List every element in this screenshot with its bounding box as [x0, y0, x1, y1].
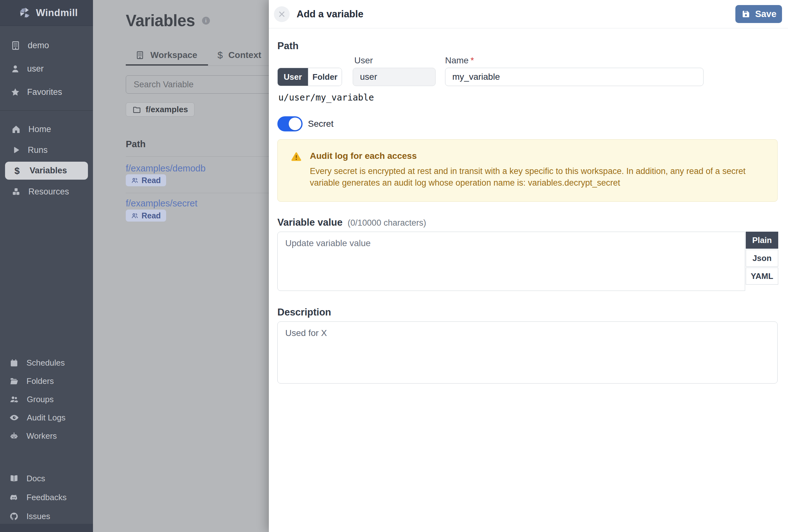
eye-icon [9, 413, 19, 422]
sidebar-admin-nav: Schedules Folders Groups Audit Logs Work… [0, 354, 93, 445]
badge-label: Read [141, 211, 161, 220]
sidebar-item-resources[interactable]: Resources [0, 181, 93, 202]
full-path-preview: u/user/my_variable [278, 92, 374, 103]
sidebar-item-workers[interactable]: Workers [0, 427, 93, 445]
variable-link[interactable]: f/examples/secret [126, 198, 197, 209]
sidebar-item-audit-logs[interactable]: Audit Logs [0, 409, 93, 427]
secret-toggle[interactable] [277, 116, 302, 132]
home-icon [11, 124, 21, 134]
value-section-heading-row: Variable value (0/10000 characters) [277, 217, 426, 228]
warning-title: Audit log for each access [310, 151, 759, 161]
permission-badge: Read [126, 174, 166, 186]
search-input[interactable] [126, 75, 274, 94]
description-section-heading: Description [277, 307, 331, 318]
info-icon[interactable]: i [202, 17, 210, 25]
windmill-app: Windmill demo user Favorites Home [0, 0, 788, 532]
nav-label: Home [28, 124, 51, 134]
book-icon [9, 474, 19, 483]
sidebar-help-nav: Docs Feedbacks Issues [0, 469, 93, 526]
save-button[interactable]: Save [735, 5, 782, 23]
user-field-label: User [354, 56, 373, 65]
building-icon [135, 51, 145, 60]
sidebar-item-feedbacks[interactable]: Feedbacks [0, 488, 93, 507]
value-format-tabs: Plain Json YAML [746, 232, 778, 284]
calendar-icon [9, 358, 19, 368]
sidebar-main-nav: Home Runs $ Variables Resources [0, 119, 93, 202]
people-icon [131, 177, 138, 184]
nav-label: Issues [26, 512, 50, 521]
workspace-label: demo [28, 41, 49, 51]
format-tab-plain[interactable]: Plain [746, 232, 778, 249]
drawer-header: Add a variable Save [269, 0, 788, 28]
character-counter: (0/10000 characters) [348, 218, 426, 228]
groups-icon [9, 395, 19, 404]
variable-name-input[interactable] [445, 68, 704, 86]
tab-workspace[interactable]: Workspace [126, 50, 208, 65]
nav-label: Docs [26, 474, 45, 484]
tab-label: Workspace [150, 50, 197, 60]
badge-label: Read [141, 176, 161, 185]
path-owner-input[interactable] [353, 68, 436, 86]
nav-label: Folders [26, 376, 54, 386]
warning-body: Every secret is encrypted at rest and in… [310, 165, 759, 189]
drawer-title: Add a variable [297, 8, 363, 20]
user-label: user [27, 64, 44, 74]
nav-label: Runs [28, 145, 47, 155]
tab-context[interactable]: $ Context [208, 50, 272, 65]
format-tab-yaml[interactable]: YAML [746, 268, 778, 284]
name-label-text: Name [445, 56, 469, 65]
secret-label: Secret [308, 119, 334, 129]
format-tab-json[interactable]: Json [746, 250, 778, 267]
permission-badge: Read [126, 210, 166, 221]
tab-label: Context [229, 50, 261, 60]
sidebar-item-folders[interactable]: Folders [0, 372, 93, 390]
nav-label: Feedbacks [26, 493, 66, 503]
variable-value-textarea[interactable] [277, 232, 745, 291]
sidebar-account-group: demo user Favorites [0, 34, 93, 104]
robot-icon [9, 431, 19, 440]
floppy-icon [741, 9, 751, 19]
sidebar-item-workspace[interactable]: demo [0, 34, 93, 57]
sidebar-item-issues[interactable]: Issues [0, 507, 93, 526]
sidebar-item-schedules[interactable]: Schedules [0, 354, 93, 372]
play-icon [11, 145, 20, 154]
sidebar-item-user[interactable]: user [0, 57, 93, 80]
people-icon [131, 212, 138, 219]
sidebar-item-home[interactable]: Home [0, 119, 93, 140]
description-textarea[interactable] [277, 321, 777, 383]
sidebar-item-variables[interactable]: $ Variables [5, 162, 88, 180]
warning-text: Audit log for each access Every secret i… [310, 151, 759, 189]
add-variable-drawer: Add a variable Save Path User Name* User… [269, 0, 788, 532]
sidebar-item-docs[interactable]: Docs [0, 469, 93, 488]
favorites-label: Favorites [27, 87, 62, 97]
discord-icon [9, 493, 19, 502]
user-icon [11, 64, 20, 74]
github-icon [9, 512, 19, 521]
folder-open-icon [9, 377, 19, 386]
variable-link[interactable]: f/examples/demodb [126, 163, 205, 174]
path-section-heading: Path [277, 40, 298, 52]
dollar-icon: $ [217, 50, 223, 60]
owner-kind-segmented: User Folder [277, 68, 342, 86]
folder-filter-chip[interactable]: f/examples [126, 102, 195, 117]
owner-kind-folder-button[interactable]: Folder [308, 68, 342, 86]
close-button[interactable] [274, 6, 290, 22]
nav-label: Schedules [26, 358, 65, 368]
building-icon [11, 40, 21, 51]
app-logo[interactable]: Windmill [0, 0, 93, 26]
sidebar-item-runs[interactable]: Runs [0, 140, 93, 160]
page-title-row: Variables i [126, 11, 210, 30]
warning-icon [291, 151, 302, 162]
nav-label: Groups [27, 395, 54, 405]
sidebar-item-favorites[interactable]: Favorites [0, 80, 93, 104]
toggle-knob [289, 118, 301, 130]
close-icon [277, 10, 286, 19]
sidebar-divider [0, 110, 93, 111]
folder-icon [132, 105, 141, 114]
path-column-header: Path [126, 139, 145, 150]
sidebar-item-groups[interactable]: Groups [0, 390, 93, 409]
chip-label: f/examples [145, 105, 188, 114]
dollar-icon: $ [12, 165, 22, 176]
owner-kind-user-button[interactable]: User [278, 68, 308, 86]
value-section-heading: Variable value [277, 217, 342, 228]
